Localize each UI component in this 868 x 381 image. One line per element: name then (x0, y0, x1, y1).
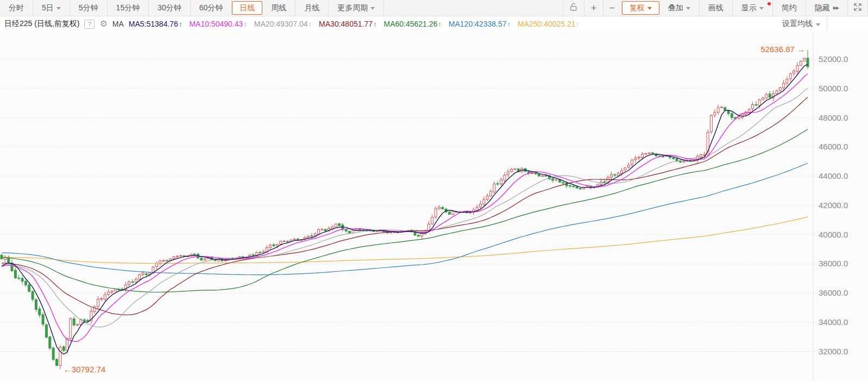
y-axis-label: 48000.0 (819, 113, 848, 122)
period-tab-more-periods-label: 更多周期 (337, 3, 368, 13)
period-tab-daily-button[interactable]: 日线 (232, 1, 262, 15)
y-axis-label: 38000.0 (819, 259, 848, 268)
tool-zoom-out-label: − (609, 2, 615, 14)
ma250-line (2, 217, 808, 263)
tool-display-button[interactable]: 显示 (733, 0, 773, 16)
up-arrow-icon: ↑ (438, 20, 442, 28)
high-annotation: 52636.87 → (760, 45, 805, 54)
up-arrow-icon: ↑ (309, 20, 312, 28)
y-axis-label: 52000.0 (819, 54, 848, 64)
ma-value-text: MA30:48051.77 (319, 20, 373, 28)
period-tab-5min-button[interactable]: 5分钟 (70, 0, 108, 16)
help-icon[interactable]: ? (84, 20, 95, 29)
tool-zoom-in-label: + (590, 2, 596, 14)
period-tab-daily-label: 日线 (240, 3, 255, 13)
period-tab-monthly-label: 月线 (304, 3, 319, 13)
set-ma-button[interactable]: 设置均线 (782, 16, 827, 32)
period-toolbar: 分时5日5分钟15分钟30分钟60分钟日线周线月线更多周期+−复权叠加画线显示简… (0, 0, 868, 16)
tool-simple-button[interactable]: 简约 (773, 0, 806, 16)
ma-value-text: MA10:50490.43 (189, 20, 243, 28)
ma-value-text: MA250:40025.21 (518, 20, 576, 28)
period-tab-monthly-button[interactable]: 月线 (295, 0, 329, 16)
period-tab-15min-button[interactable]: 15分钟 (108, 0, 149, 16)
period-tab-30min-button[interactable]: 30分钟 (149, 0, 191, 16)
period-tab-5min-label: 5分钟 (79, 3, 98, 13)
stock-chart-app: 分时5日5分钟15分钟30分钟60分钟日线周线月线更多周期+−复权叠加画线显示简… (0, 0, 868, 381)
period-tab-5day-button[interactable]: 5日 (33, 0, 70, 16)
candles (1, 50, 809, 369)
period-tab-5day-label: 5日 (42, 3, 54, 13)
ma-value-ma30: MA30:48051.77↑ (319, 20, 376, 28)
legend-bar: 日经225 (日线,前复权) ? ⚙ MA MA5:51384.76↑MA10:… (0, 16, 868, 32)
y-axis-label: 46000.0 (819, 142, 848, 151)
set-ma-label: 设置均线 (782, 19, 813, 29)
double-chevron-right-icon: ▶▶ (833, 5, 839, 10)
tool-adjust-label: 复权 (630, 3, 645, 13)
chevron-down-icon (759, 7, 764, 10)
ma-group-label: MA (112, 20, 124, 28)
up-arrow-icon: ↑ (373, 20, 377, 28)
ma-value-text: MA20:49307.04 (254, 20, 308, 28)
ma30-line (2, 97, 808, 315)
chevron-down-icon (816, 23, 820, 26)
ma-value-ma10: MA10:50490.43↑ (189, 20, 247, 28)
ma20-line (2, 89, 808, 327)
chart-tools-group: +−复权叠加画线显示简约隐藏▶▶ (563, 0, 868, 16)
ma60-line (2, 129, 808, 292)
ma-value-ma5: MA5:51384.76↑ (129, 20, 183, 28)
period-tab-weekly-button[interactable]: 周线 (262, 0, 295, 16)
period-tab-fenshi-button[interactable]: 分时 (0, 0, 33, 16)
up-arrow-icon: ↑ (179, 20, 183, 28)
candlestick-chart[interactable]: 52000.050000.048000.046000.044000.042000… (0, 32, 868, 381)
tool-draw-line-label: 画线 (708, 3, 724, 13)
ma120-line (2, 163, 808, 275)
period-tab-fenshi-label: 分时 (9, 3, 24, 13)
tool-overlay-label: 叠加 (668, 3, 683, 13)
tool-display-label: 显示 (741, 3, 757, 13)
low-annotation: ←30792.74 (64, 365, 106, 374)
y-axis-label: 32000.0 (819, 347, 848, 356)
tool-zoom-in-button[interactable]: + (584, 0, 603, 16)
tool-expand-button[interactable] (848, 0, 868, 16)
y-axis-label: 50000.0 (819, 84, 848, 93)
up-arrow-icon: ↑ (576, 20, 580, 28)
price-chart-svg[interactable]: 52000.050000.048000.046000.044000.042000… (0, 32, 868, 381)
tool-hide-label: 隐藏 (815, 3, 830, 13)
up-arrow-icon: ↑ (507, 20, 511, 28)
tool-hide-button[interactable]: 隐藏▶▶ (806, 0, 848, 16)
y-axis-label: 36000.0 (819, 288, 848, 297)
chevron-down-icon (647, 7, 652, 10)
ma10-line (2, 74, 808, 342)
y-axis-label: 40000.0 (819, 230, 848, 239)
ma-value-text: MA120:42338.57 (449, 20, 507, 28)
period-tab-more-periods-button[interactable]: 更多周期 (329, 0, 384, 16)
y-axis-label: 42000.0 (819, 201, 848, 210)
gear-icon[interactable]: ⚙ (99, 20, 107, 28)
tool-simple-label: 简约 (782, 3, 797, 13)
period-tab-30min-label: 30分钟 (158, 3, 181, 13)
tool-overlay-button[interactable]: 叠加 (659, 0, 700, 16)
ma-value-text: MA60:45621.26 (383, 20, 437, 28)
chart-title: 日经225 (日线,前复权) (4, 19, 79, 29)
ma5-line (2, 65, 808, 354)
y-axis-label: 44000.0 (819, 171, 848, 180)
ma-value-ma60: MA60:45621.26↑ (383, 20, 441, 28)
up-arrow-icon: ↑ (243, 20, 247, 28)
period-tab-60min-label: 60分钟 (199, 3, 223, 13)
notification-dot (768, 2, 771, 5)
period-tab-15min-label: 15分钟 (116, 3, 140, 13)
period-tab-60min-button[interactable]: 60分钟 (191, 0, 232, 16)
period-tab-weekly-label: 周线 (271, 3, 286, 13)
lock-icon (569, 2, 578, 14)
expand-icon (853, 3, 862, 13)
ma-values: MA5:51384.76↑MA10:50490.43↑MA20:49307.04… (129, 20, 580, 28)
tool-lock-button[interactable] (563, 0, 584, 16)
tool-adjust-button[interactable]: 复权 (622, 1, 659, 15)
tool-draw-line-button[interactable]: 画线 (700, 0, 733, 16)
ma-value-ma250: MA250:40025.21↑ (518, 20, 580, 28)
chevron-down-icon (370, 7, 375, 10)
y-axis-label: 34000.0 (819, 317, 848, 327)
ma-value-text: MA5:51384.76 (129, 20, 178, 28)
chevron-down-icon (686, 7, 690, 10)
tool-zoom-out-button[interactable]: − (603, 0, 622, 16)
